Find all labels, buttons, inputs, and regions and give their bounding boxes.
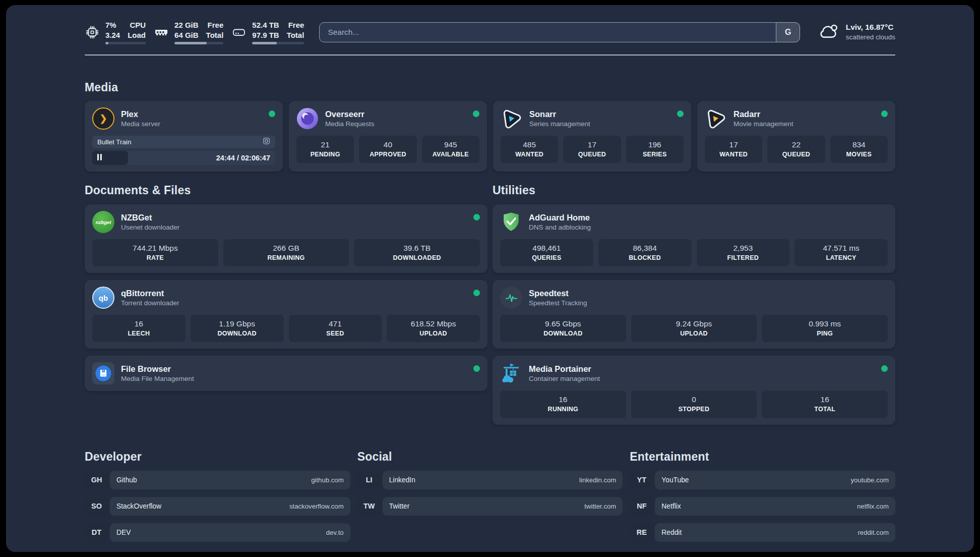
stat-box: 618.52 MbpsUPLOAD [387, 315, 480, 342]
entertainment-section-title: Entertainment [630, 450, 895, 464]
stat-box: 9.65 GbpsDOWNLOAD [500, 315, 626, 342]
stat-box: 945AVAILABLE [422, 136, 479, 163]
app-name: qBittorrent [121, 288, 467, 299]
links-area: Developer GH Githubgithub.com SO StackOv… [85, 450, 895, 542]
link-badge: GH [85, 471, 108, 489]
disk-free-value: 52.4 TB [252, 20, 279, 30]
media-grid: ❯ Plex Media server Bullet Train [85, 101, 895, 172]
app-desc: Torrent downloader [121, 299, 467, 308]
app-card-speedtest[interactable]: Speedtest Speedtest Tracking 9.65 GbpsDO… [493, 280, 895, 349]
stat-box: 266 GBREMAINING [223, 239, 349, 266]
disk-total-label: Total [287, 30, 304, 40]
ram-progress-fill [174, 42, 207, 44]
app-card-radarr[interactable]: Radarr Movie management 17WANTED 22QUEUE… [697, 101, 895, 172]
status-dot [881, 110, 888, 117]
overseerr-icon [296, 107, 319, 130]
qbittorrent-icon: qb [92, 287, 114, 309]
status-dot [677, 110, 684, 117]
cpu-progress-fill [105, 42, 108, 44]
status-dot [881, 365, 888, 372]
link-name: Reddit [661, 529, 858, 536]
link-name: Github [116, 476, 311, 484]
app-name: Sonarr [529, 109, 670, 120]
link-youtube[interactable]: YT YouTubeyoutube.com [630, 471, 895, 489]
link-url: twitter.com [584, 503, 616, 510]
link-url: netflix.com [857, 503, 889, 510]
stat-box: 22QUEUED [767, 136, 825, 163]
status-dot [269, 110, 275, 117]
link-github[interactable]: GH Githubgithub.com [85, 471, 350, 489]
search-input[interactable] [319, 22, 800, 42]
link-name: LinkedIn [389, 476, 579, 484]
app-name: Speedtest [529, 288, 888, 299]
sonarr-icon [501, 107, 523, 130]
cpu-percent: 7% [105, 20, 120, 30]
portainer-icon [500, 362, 522, 384]
search-bar: G [319, 22, 800, 42]
stat-box: 47.571 msLATENCY [794, 239, 888, 266]
app-desc: Media Requests [325, 120, 466, 129]
radarr-icon [705, 107, 727, 130]
stat-box: 0.993 msPING [762, 315, 888, 342]
link-netflix[interactable]: NF Netflixnetflix.com [630, 497, 895, 516]
link-stackoverflow[interactable]: SO StackOverflowstackoverflow.com [85, 497, 350, 516]
link-url: linkedin.com [579, 476, 616, 484]
app-desc: Container management [529, 374, 875, 383]
stat-box: 16TOTAL [762, 391, 888, 418]
cpu-icon [85, 25, 100, 40]
app-desc: DNS and adblocking [529, 223, 888, 232]
link-reddit[interactable]: RE Redditreddit.com [630, 523, 895, 542]
filebrowser-icon [92, 362, 114, 384]
app-name: Plex [121, 109, 262, 120]
cpu-label: CPU [128, 20, 146, 30]
link-linkedin[interactable]: LI LinkedInlinkedin.com [357, 471, 623, 489]
nzbget-icon: nzbget [92, 211, 114, 233]
section-entertainment: Entertainment YT YouTubeyoutube.com NF N… [630, 450, 895, 542]
app-card-nzbget[interactable]: nzbget NZBGet Usenet downloader 744.21 M… [85, 204, 487, 273]
app-card-plex[interactable]: ❯ Plex Media server Bullet Train [85, 101, 283, 172]
disk-free-label: Free [287, 20, 304, 30]
stat-box: 17QUEUED [563, 136, 621, 163]
app-name: NZBGet [121, 212, 467, 223]
stat-box: 17WANTED [705, 136, 762, 163]
app-card-sonarr[interactable]: Sonarr Series management 485WANTED 17QUE… [493, 101, 691, 172]
documents-section-title: Documents & Files [85, 184, 487, 197]
ram-icon [154, 25, 169, 40]
link-dev[interactable]: DT DEVdev.to [85, 523, 350, 542]
status-dot [473, 110, 479, 117]
ram-total-label: Total [206, 30, 224, 40]
stat-box: 39.6 TBDOWNLOADED [354, 239, 480, 266]
video-icon [263, 137, 270, 147]
app-card-adguard[interactable]: AdGuard Home DNS and adblocking 498,461Q… [493, 204, 895, 273]
stat-box: 471SEED [289, 315, 382, 342]
now-playing-row: Bullet Train [92, 136, 275, 148]
link-url: github.com [311, 476, 344, 484]
speedtest-icon [500, 287, 522, 309]
stat-box: 834MOVIES [830, 136, 888, 163]
pause-icon [97, 153, 102, 162]
cpu-load-value: 3.24 [105, 30, 120, 40]
cloud-icon [817, 22, 839, 42]
app-card-portainer[interactable]: Media Portainer Container management 16R… [493, 356, 895, 424]
link-twitter[interactable]: TW Twittertwitter.com [357, 497, 623, 516]
stat-box: 16RUNNING [500, 391, 626, 418]
weather-location-temp: Lviv, 16.87°C [846, 22, 895, 33]
disk-stat: 52.4 TB97.9 TB FreeTotal [231, 20, 304, 45]
plex-icon: ❯ [92, 107, 114, 130]
app-name: File Browser [121, 364, 467, 374]
link-name: Netflix [661, 503, 857, 510]
link-badge: SO [85, 497, 108, 516]
app-name: Radarr [733, 109, 875, 120]
link-name: Twitter [389, 503, 585, 510]
now-playing-title: Bullet Train [97, 138, 263, 146]
app-card-filebrowser[interactable]: File Browser Media File Management [85, 356, 487, 391]
app-card-qbittorrent[interactable]: qb qBittorrent Torrent downloader 16LEEC… [85, 280, 487, 349]
header-divider [85, 54, 895, 55]
link-badge: YT [630, 471, 653, 489]
app-card-overseerr[interactable]: Overseerr Media Requests 21PENDING 40APP… [289, 101, 487, 172]
status-dot [473, 365, 480, 372]
app-desc: Media server [121, 120, 262, 129]
link-badge: NF [630, 497, 653, 516]
link-name: YouTube [661, 476, 850, 484]
search-provider-button[interactable]: G [776, 22, 800, 42]
